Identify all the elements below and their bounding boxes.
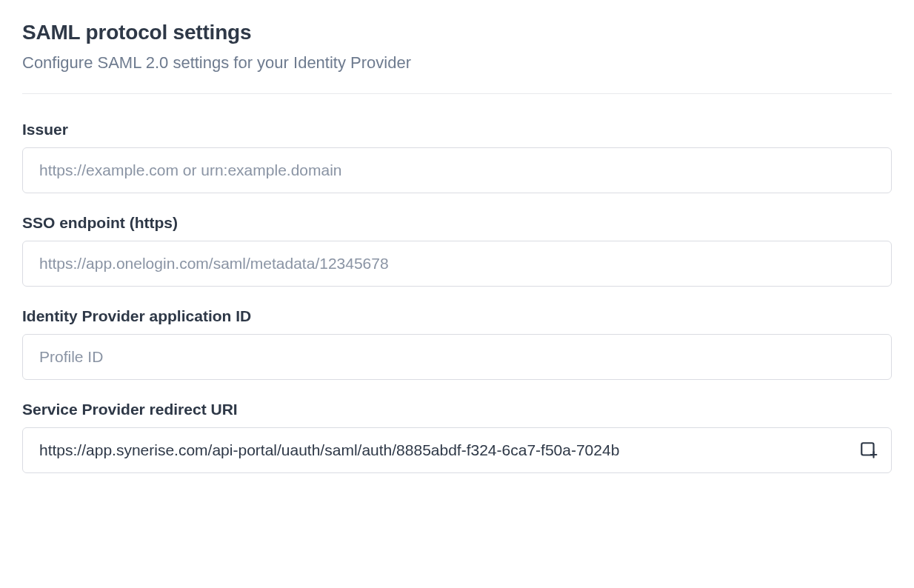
sp-redirect-uri-input[interactable]	[22, 427, 892, 473]
idp-app-id-input[interactable]	[22, 334, 892, 380]
copy-icon	[859, 441, 878, 460]
section-title: SAML protocol settings	[22, 21, 892, 44]
section-subtitle: Configure SAML 2.0 settings for your Ide…	[22, 53, 892, 73]
sso-endpoint-field-group: SSO endpoint (https)	[22, 214, 892, 287]
svg-rect-0	[861, 443, 873, 455]
sp-redirect-uri-field-group: Service Provider redirect URI	[22, 401, 892, 473]
issuer-label: Issuer	[22, 121, 892, 138]
idp-app-id-field-group: Identity Provider application ID	[22, 307, 892, 380]
idp-app-id-label: Identity Provider application ID	[22, 307, 892, 325]
sso-endpoint-label: SSO endpoint (https)	[22, 214, 892, 232]
issuer-input[interactable]	[22, 147, 892, 193]
sp-redirect-uri-input-wrapper	[22, 427, 892, 473]
sp-redirect-uri-label: Service Provider redirect URI	[22, 401, 892, 418]
section-divider	[22, 93, 892, 94]
sso-endpoint-input[interactable]	[22, 241, 892, 287]
issuer-field-group: Issuer	[22, 121, 892, 193]
copy-button[interactable]	[856, 438, 881, 463]
